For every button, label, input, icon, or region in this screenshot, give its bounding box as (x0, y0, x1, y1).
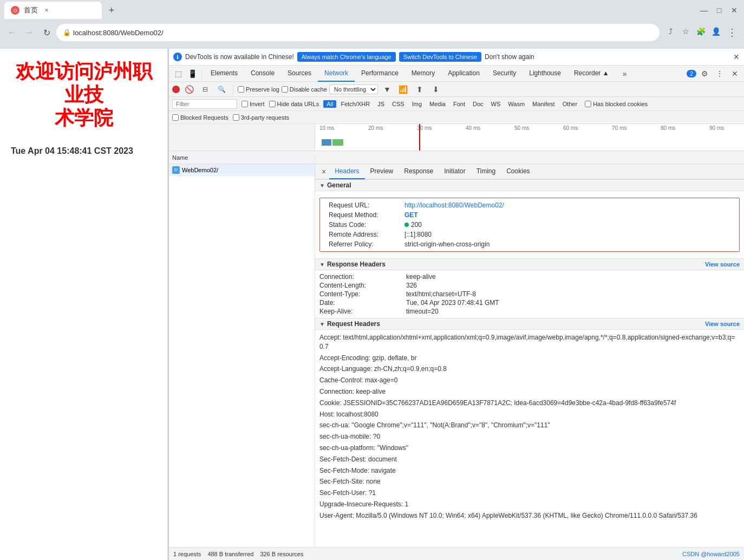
tab-sources[interactable]: Sources (281, 66, 318, 82)
tab-security[interactable]: Security (486, 66, 523, 82)
tab-application[interactable]: Application (441, 66, 486, 82)
filter-other[interactable]: Other (559, 100, 581, 108)
tab-memory[interactable]: Memory (405, 66, 441, 82)
devtools-settings-button[interactable]: ⚙ (697, 67, 712, 81)
invert-checkbox[interactable]: Invert (242, 101, 265, 107)
minimize-button[interactable]: — (699, 5, 709, 16)
forward-button[interactable]: → (22, 25, 37, 40)
req-header-key: User-Agent: (319, 512, 354, 519)
search-button[interactable]: 🔍 (214, 82, 229, 96)
import-button[interactable]: ⬆ (413, 82, 427, 96)
resp-header-key: Connection: (319, 273, 406, 281)
filter-wasm[interactable]: Wasm (505, 100, 528, 108)
req-header-key: Accept-Language: (319, 365, 372, 373)
record-button[interactable] (172, 86, 180, 93)
inspect-element-button[interactable]: ⬚ (171, 67, 185, 81)
request-header-row: Sec-Fetch-Site: none (315, 476, 744, 487)
tab-close-button[interactable]: × (42, 6, 51, 15)
response-header-row: Content-Type: text/html;charset=UTF-8 (315, 290, 744, 298)
back-button[interactable]: ← (4, 25, 19, 40)
watermark: CSDN @howard2005 (682, 551, 740, 557)
tab-console[interactable]: Console (244, 66, 281, 82)
browser-tab-active[interactable]: ⊙ 首页 × (4, 2, 102, 19)
filter-js[interactable]: JS (374, 100, 388, 108)
reload-button[interactable]: ↻ (39, 25, 54, 40)
tab-lighthouse[interactable]: Lighthouse (523, 66, 567, 82)
export-button[interactable]: ⬇ (429, 82, 443, 96)
request-headers-title: Request Headers (327, 320, 380, 328)
transferred-size: 488 B transferred (207, 551, 253, 557)
devtools-close-button[interactable]: ✕ (728, 67, 742, 81)
request-headers-view-source[interactable]: View source (705, 321, 740, 327)
disable-cache-checkbox[interactable]: Disable cache (282, 86, 327, 93)
request-headers-section-header[interactable]: ▼ Request Headers View source (315, 318, 744, 330)
restore-button[interactable]: □ (714, 5, 725, 16)
always-match-language-button[interactable]: Always match Chrome's language (297, 52, 396, 62)
issues-badge[interactable]: 2 (687, 70, 696, 77)
request-header-row: Host: localhost:8080 (315, 409, 744, 420)
status-dot (404, 223, 409, 227)
detail-tab-response[interactable]: Response (399, 164, 439, 179)
throttle-select[interactable]: No throttling (329, 84, 378, 94)
filter-css[interactable]: CSS (389, 100, 408, 108)
clear-button[interactable]: 🚫 (182, 82, 196, 96)
tab-performance[interactable]: Performance (355, 66, 405, 82)
extension-icon[interactable]: 🧩 (694, 25, 707, 38)
has-blocked-cookies-checkbox[interactable]: Has blocked cookies (585, 101, 648, 107)
request-header-row: User-Agent: Mozilla/5.0 (Windows NT 10.0… (315, 510, 744, 522)
preserve-log-checkbox[interactable]: Preserve log (238, 86, 279, 93)
filter-all[interactable]: All (323, 100, 336, 108)
detail-tab-cookies[interactable]: Cookies (501, 164, 535, 179)
close-button[interactable]: ✕ (729, 5, 740, 16)
third-party-checkbox[interactable]: 3rd-party requests (233, 114, 289, 121)
toolbar-separator (201, 68, 202, 79)
filter-font[interactable]: Font (450, 100, 468, 108)
request-method-row: Request Method: GET (324, 210, 735, 220)
detail-tab-preview[interactable]: Preview (365, 164, 399, 179)
hide-data-urls-checkbox[interactable]: Hide data URLs (269, 101, 319, 107)
referrer-policy-value: strict-origin-when-cross-origin (404, 240, 490, 248)
filter-input[interactable] (172, 99, 237, 109)
bookmark-icon[interactable]: ☆ (679, 25, 692, 38)
req-header-val: 1 (403, 500, 408, 508)
notification-close-button[interactable]: ✕ (733, 53, 740, 61)
req-header-val: text/html,application/xhtml+xml,applicat… (319, 334, 735, 350)
more-tabs-button[interactable]: » (618, 67, 632, 81)
chrome-menu-button[interactable]: ⋮ (725, 25, 740, 40)
tab-network[interactable]: Network (318, 66, 355, 82)
blocked-requests-checkbox[interactable]: Blocked Requests (172, 114, 229, 121)
detail-tab-headers[interactable]: Headers (329, 164, 364, 179)
request-item-webdemo02[interactable]: D WebDemo02/ (169, 164, 315, 176)
filter-doc[interactable]: Doc (469, 100, 487, 108)
request-headers-content: Accept: text/html,application/xhtml+xml,… (315, 330, 744, 524)
tab-elements[interactable]: Elements (204, 66, 244, 82)
response-header-row: Connection: keep-alive (315, 272, 744, 281)
network-conditions-icon[interactable]: ▼ (380, 82, 394, 96)
cast-icon[interactable]: ⤴ (664, 25, 677, 38)
detail-tab-initiator[interactable]: Initiator (439, 164, 471, 179)
profile-icon[interactable]: 👤 (709, 25, 722, 38)
response-headers-section-header[interactable]: ▼ Response Headers View source (315, 258, 744, 270)
filter-media[interactable]: Media (426, 100, 449, 108)
filter-button[interactable]: ⊟ (198, 82, 212, 96)
tab-recorder[interactable]: Recorder ▲ (567, 66, 616, 82)
column-name[interactable]: Name (169, 154, 315, 161)
detail-tab-timing[interactable]: Timing (471, 164, 501, 179)
new-tab-button[interactable]: + (104, 3, 119, 18)
switch-to-chinese-button[interactable]: Switch DevTools to Chinese (399, 52, 481, 62)
wifi-icon[interactable]: 📶 (396, 82, 410, 96)
remote-address-row: Remote Address: [::1]:8080 (324, 230, 735, 239)
detail-close-button[interactable]: × (318, 167, 329, 176)
response-headers-view-source[interactable]: View source (705, 261, 740, 268)
url-bar[interactable]: 🔒 localhost:8080/WebDemo02/ (56, 24, 660, 41)
filter-ws[interactable]: WS (488, 100, 504, 108)
filter-img[interactable]: Img (409, 100, 425, 108)
request-url-label: Request URL: (329, 201, 404, 209)
dont-show-again-button[interactable]: Don't show again (485, 53, 534, 61)
filter-manifest[interactable]: Manifest (529, 100, 558, 108)
devtools-more-button[interactable]: ⋮ (713, 67, 727, 81)
device-toolbar-button[interactable]: 📱 (185, 67, 199, 81)
general-section-header[interactable]: ▼ General (315, 179, 744, 191)
filter-fetch-xhr[interactable]: Fetch/XHR (337, 100, 373, 108)
req-header-val: ?0 (371, 433, 380, 440)
